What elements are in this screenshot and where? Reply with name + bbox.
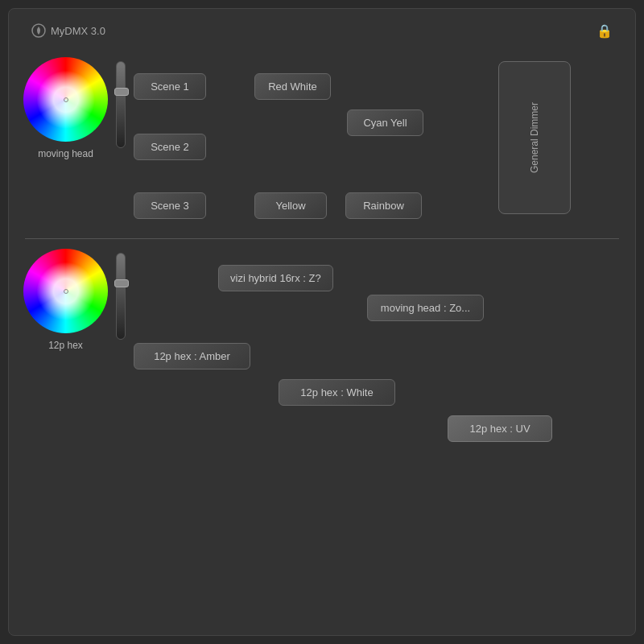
- moving-head-slider[interactable]: [116, 61, 126, 148]
- 12p-hex-section: 12p hex: [23, 249, 108, 351]
- color-wheel-1[interactable]: [23, 57, 108, 142]
- 12p-hex-slider[interactable]: [116, 253, 126, 340]
- app-title-text: MyDMX 3.0: [51, 25, 105, 37]
- vizi-hybrid-button[interactable]: vizi hybrid 16rx : Z?: [218, 265, 333, 291]
- app-title-bar: MyDMX 3.0: [31, 23, 105, 38]
- 12p-hex-uv-button[interactable]: 12p hex : UV: [448, 415, 552, 442]
- moving-head-section: moving head: [23, 57, 108, 159]
- 12p-hex-amber-button[interactable]: 12p hex : Amber: [134, 343, 250, 369]
- scene-1-button[interactable]: Scene 1: [134, 73, 206, 100]
- rainbow-button[interactable]: Rainbow: [345, 192, 422, 219]
- color-wheel-2[interactable]: [23, 249, 108, 333]
- general-dimmer-label: General Dimmer: [529, 102, 540, 173]
- scene-2-button[interactable]: Scene 2: [134, 134, 206, 160]
- section-divider: [25, 238, 619, 239]
- 12p-hex-white-button[interactable]: 12p hex : White: [279, 379, 395, 406]
- general-dimmer-container: General Dimmer: [498, 61, 571, 214]
- red-white-button[interactable]: Red White: [254, 73, 331, 100]
- scene-3-button[interactable]: Scene 3: [134, 192, 206, 219]
- app-window: MyDMX 3.0 🔒 m: [8, 8, 636, 636]
- 12p-hex-label: 12p hex: [23, 340, 108, 351]
- lock-icon[interactable]: 🔒: [597, 23, 613, 39]
- cyan-yell-button[interactable]: Cyan Yell: [347, 109, 423, 136]
- moving-head-zo-button[interactable]: moving head : Zo...: [367, 295, 484, 321]
- app-logo-icon: [31, 23, 46, 38]
- yellow-button[interactable]: Yellow: [254, 192, 327, 219]
- moving-head-label: moving head: [23, 148, 108, 159]
